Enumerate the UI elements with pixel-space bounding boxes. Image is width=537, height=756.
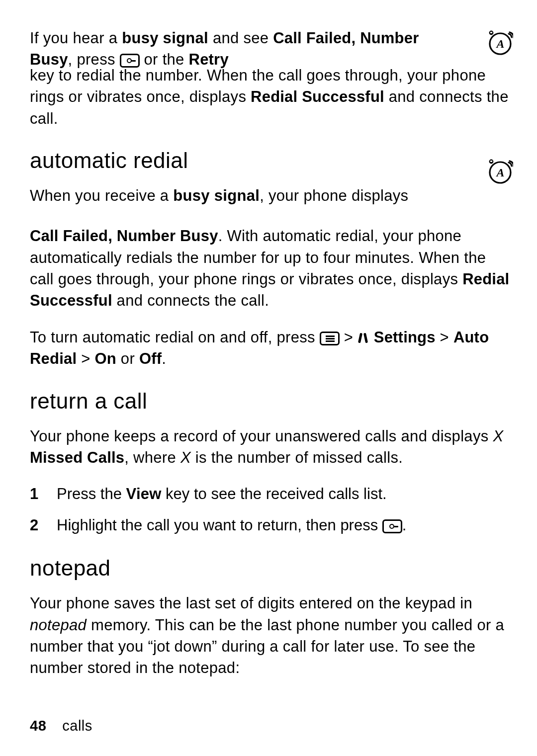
accessibility-icon: A	[485, 28, 513, 56]
page-footer: 48calls	[30, 718, 92, 734]
paragraph-auto-redial-1a: When you receive a busy signal, your pho…	[30, 185, 510, 231]
heading-notepad: notepad	[30, 556, 510, 581]
paragraph-auto-redial-2: To turn automatic redial on and off, pre…	[30, 327, 510, 370]
return-call-steps: Press the View key to see the received c…	[30, 483, 510, 537]
svg-text:A: A	[495, 37, 504, 50]
step-1: Press the View key to see the received c…	[30, 483, 510, 505]
paragraph-auto-redial-1b: Call Failed, Number Busy. With automatic…	[30, 225, 510, 312]
paragraph-busy-signal-a: If you hear a busy signal and see Call F…	[30, 27, 510, 71]
svg-rect-7	[490, 161, 492, 162]
paragraph-notepad: Your phone saves the last set of digits …	[30, 592, 510, 679]
accessibility-icon: A	[485, 157, 513, 184]
send-key-icon	[120, 54, 140, 68]
send-key-icon	[382, 519, 402, 533]
heading-automatic-redial: automatic redial	[30, 148, 510, 173]
heading-return-a-call: return a call	[30, 389, 510, 414]
svg-text:A: A	[495, 166, 504, 179]
step-2: Highlight the call you want to return, t…	[30, 514, 510, 537]
paragraph-return-call: Your phone keeps a record of your unansw…	[30, 425, 510, 469]
paragraph-busy-signal-b: key to redial the number. When the call …	[30, 65, 510, 129]
settings-icon	[358, 332, 369, 345]
section-name: calls	[62, 718, 92, 734]
manual-page: A If you hear a busy signal and see Call…	[0, 0, 537, 756]
svg-rect-3	[490, 32, 492, 33]
menu-key-icon	[320, 332, 340, 345]
page-number: 48	[30, 718, 46, 734]
